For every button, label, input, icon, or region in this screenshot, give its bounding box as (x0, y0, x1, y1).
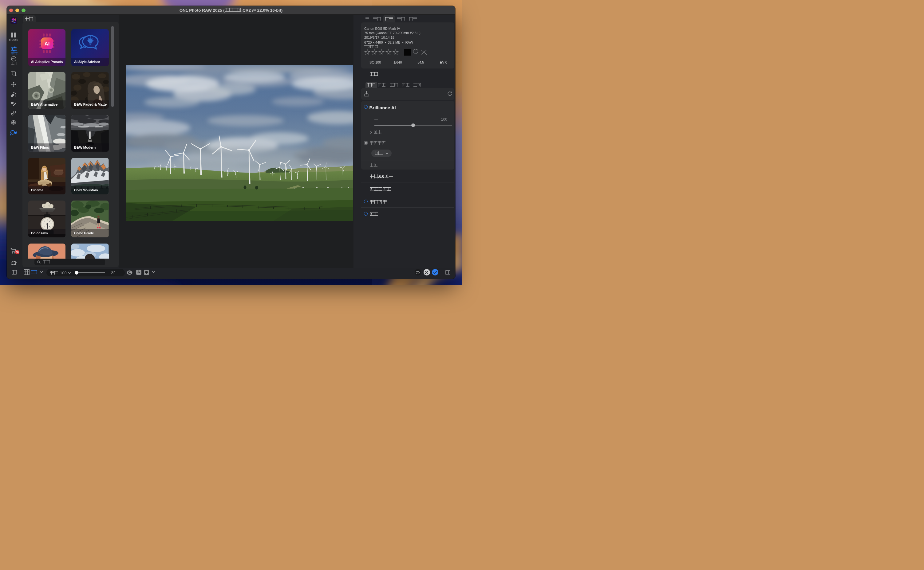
svg-text:∞: ∞ (13, 20, 14, 21)
svg-text:AI: AI (44, 41, 49, 47)
